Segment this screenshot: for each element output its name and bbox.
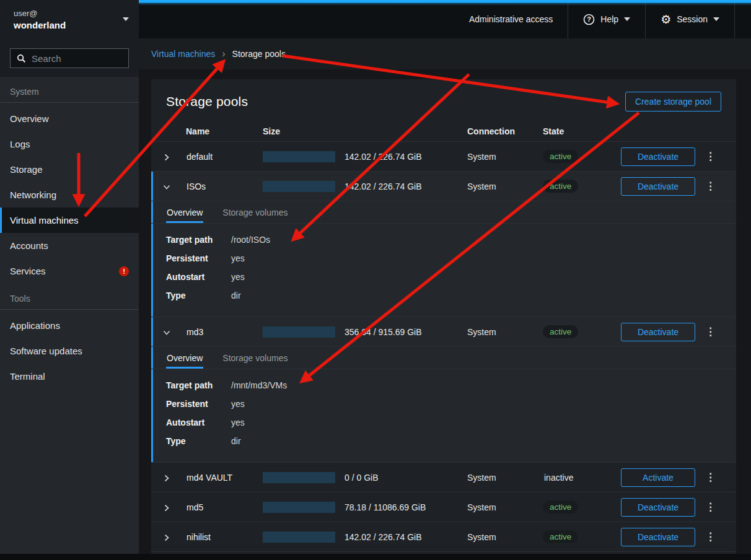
- pool-expansion: OverviewStorage volumes Target path/root…: [151, 201, 736, 317]
- expand-toggle[interactable]: [151, 471, 172, 483]
- card-header: Storage pools Create storage pool: [151, 79, 736, 121]
- connection-value: System: [467, 532, 543, 542]
- size-value: 356.64 / 915.69 GiB: [345, 327, 422, 337]
- pool-action-button[interactable]: Activate: [621, 468, 695, 487]
- pool-action-button[interactable]: Deactivate: [621, 498, 695, 517]
- sidebar-item-virtual-machines[interactable]: Virtual machines: [0, 208, 139, 233]
- column-header-size: Size: [263, 126, 467, 136]
- expand-toggle[interactable]: [151, 326, 172, 338]
- expand-toggle[interactable]: [151, 180, 172, 192]
- chevron-down-icon: [162, 182, 172, 192]
- help-menu[interactable]: ? Help: [568, 0, 645, 38]
- sidebar-item-logs[interactable]: Logs: [0, 131, 139, 157]
- expand-toggle[interactable]: [151, 501, 172, 513]
- detail-label: Autostart: [166, 272, 231, 282]
- kebab-menu-button[interactable]: ⋮: [700, 470, 721, 485]
- pool-name: nihilist: [186, 532, 263, 542]
- page-title: Storage pools: [166, 94, 248, 109]
- pool-action-button[interactable]: Deactivate: [621, 177, 695, 196]
- session-menu[interactable]: ⚙ Session: [646, 0, 734, 38]
- sidebar-item-services[interactable]: Services!: [0, 258, 139, 284]
- detail-label: Target path: [166, 380, 231, 391]
- tab-overview[interactable]: Overview: [166, 347, 203, 369]
- connection-value: System: [467, 473, 543, 483]
- breadcrumb-virtual-machines-link[interactable]: Virtual machines: [151, 49, 215, 59]
- detail-value: yes: [231, 253, 245, 264]
- session-label: Session: [677, 14, 708, 24]
- kebab-menu-button[interactable]: ⋮: [700, 499, 721, 515]
- detail-row: Target path/mnt/md3/VMs: [166, 380, 721, 391]
- detail-value: yes: [231, 418, 245, 428]
- size-value: 78.18 / 11086.69 GiB: [345, 502, 426, 512]
- column-header-name: Name: [186, 126, 263, 136]
- search-box[interactable]: [10, 48, 129, 68]
- chevron-down-icon: [162, 328, 172, 338]
- storage-pool-group: md3 356.64 / 915.69 GiB System active De…: [151, 317, 736, 463]
- administrative-access-button[interactable]: Administrative access: [454, 0, 568, 38]
- user-menu[interactable]: user@ wonderland: [0, 0, 139, 38]
- main-layout: user@ wonderland SystemOverviewLogsStora…: [0, 0, 751, 554]
- connection-value: System: [467, 182, 543, 191]
- detail-list: Target path/root/ISOsPersistentyesAutost…: [151, 224, 736, 317]
- sidebar-item-label: Applications: [10, 320, 60, 331]
- breadcrumb-separator: ›: [222, 49, 225, 59]
- pool-action-button[interactable]: Deactivate: [621, 528, 695, 546]
- state-badge: active: [543, 150, 578, 163]
- detail-row: Typedir: [166, 436, 721, 447]
- usage-bar: [263, 151, 335, 162]
- pool-name: md5: [186, 502, 263, 512]
- sidebar-item-networking[interactable]: Networking: [0, 182, 139, 208]
- detail-row: Autostartyes: [166, 272, 721, 282]
- right-pane: Administrative access ? Help ⚙: [139, 0, 751, 554]
- sidebar-item-label: Overview: [10, 113, 49, 124]
- kebab-menu-button[interactable]: ⋮: [700, 149, 721, 164]
- sidebar-item-applications[interactable]: Applications: [0, 313, 139, 338]
- table-header-row: Name Size Connection State: [151, 121, 736, 142]
- table-row: md3 356.64 / 915.69 GiB System active De…: [151, 317, 736, 347]
- sidebar-item-label: Terminal: [10, 371, 45, 382]
- sidebar-item-software-updates[interactable]: Software updates: [0, 338, 139, 364]
- table-row: ISOs 142.02 / 226.74 GiB System active D…: [151, 172, 736, 201]
- chevron-right-icon: [162, 473, 172, 483]
- kebab-menu-button[interactable]: ⋮: [700, 529, 721, 545]
- expand-toggle[interactable]: [151, 531, 172, 543]
- table-row: md4 VAULT 0 / 0 GiB System inactive Acti…: [151, 463, 736, 492]
- alert-badge-icon: !: [119, 266, 129, 276]
- kebab-menu-button[interactable]: ⋮: [700, 178, 721, 194]
- usage-bar: [263, 326, 335, 338]
- chevron-down-icon: [123, 17, 129, 21]
- cockpit-app: user@ wonderland SystemOverviewLogsStora…: [0, 0, 751, 560]
- state-badge: active: [543, 325, 578, 338]
- detail-label: Autostart: [166, 418, 231, 428]
- sidebar-item-label: Services: [10, 266, 46, 276]
- detail-label: Persistent: [166, 399, 231, 409]
- expand-toggle[interactable]: [151, 151, 172, 162]
- size-value: 142.02 / 226.74 GiB: [345, 182, 422, 191]
- usage-bar: [263, 181, 335, 192]
- detail-value: yes: [231, 272, 245, 282]
- search-icon: [17, 54, 26, 63]
- sidebar-item-overview[interactable]: Overview: [0, 106, 139, 131]
- user-prefix: user@: [14, 9, 123, 18]
- detail-value: dir: [231, 436, 241, 447]
- search-input[interactable]: [32, 53, 122, 64]
- tab-overview[interactable]: Overview: [166, 201, 203, 223]
- table-body: default 142.02 / 226.74 GiB System activ…: [151, 142, 736, 552]
- pool-name: md4 VAULT: [186, 473, 263, 483]
- tab-storage-volumes[interactable]: Storage volumes: [222, 347, 288, 369]
- detail-tabs: OverviewStorage volumes: [151, 201, 736, 224]
- pool-action-button[interactable]: Deactivate: [621, 147, 695, 166]
- pool-action-button[interactable]: Deactivate: [621, 323, 695, 341]
- column-header-connection: Connection: [467, 126, 543, 136]
- storage-pool-group: default 142.02 / 226.74 GiB System activ…: [151, 142, 736, 172]
- tab-storage-volumes[interactable]: Storage volumes: [222, 201, 288, 223]
- kebab-menu-button[interactable]: ⋮: [700, 324, 721, 339]
- chevron-right-icon: [162, 503, 172, 513]
- sidebar-item-storage[interactable]: Storage: [0, 157, 139, 182]
- create-storage-pool-button[interactable]: Create storage pool: [625, 92, 721, 112]
- sidebar-item-accounts[interactable]: Accounts: [0, 233, 139, 258]
- breadcrumb-current: Storage pools: [232, 49, 286, 59]
- sidebar-item-terminal[interactable]: Terminal: [0, 364, 139, 389]
- detail-value: dir: [231, 291, 241, 301]
- detail-row: Target path/root/ISOs: [166, 235, 721, 245]
